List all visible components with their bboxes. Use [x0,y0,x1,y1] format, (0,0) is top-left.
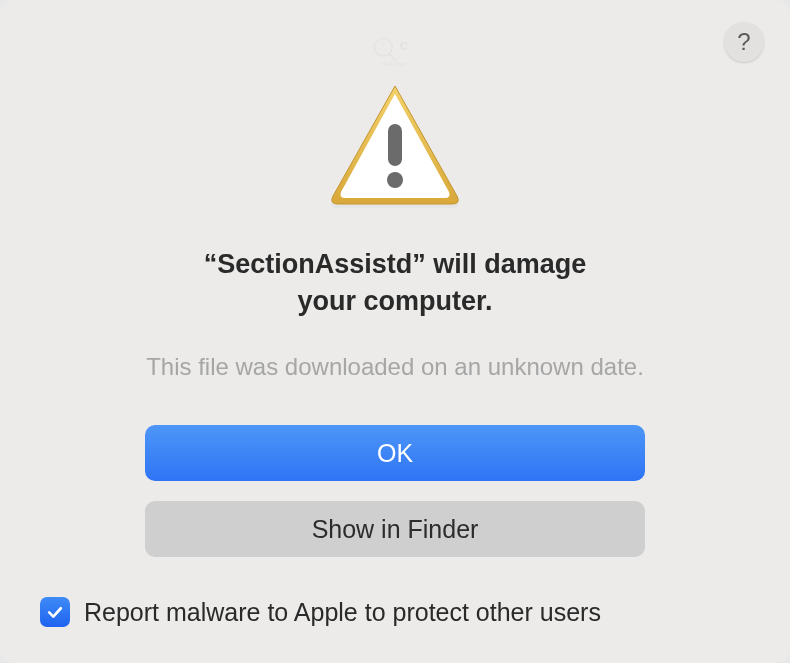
title-line-2: your computer. [204,283,587,319]
show-in-finder-button[interactable]: Show in Finder [145,501,645,557]
svg-line-1 [390,54,397,62]
report-malware-row: Report malware to Apple to protect other… [40,597,601,627]
help-icon: ? [737,28,750,56]
dialog-subtitle: This file was downloaded on an unknown d… [146,353,644,381]
alert-dialog: C risk.com ? “Section [0,0,790,663]
title-line-1: “SectionAssistd” will damage [204,246,587,282]
checkmark-icon [45,602,65,622]
button-stack: OK Show in Finder [145,425,645,557]
ok-button[interactable]: OK [145,425,645,481]
svg-point-4 [385,48,387,50]
dialog-title: “SectionAssistd” will damage your comput… [204,246,587,319]
help-button[interactable]: ? [724,22,764,62]
svg-point-2 [380,41,383,44]
svg-rect-8 [388,124,402,166]
svg-text:C: C [400,40,408,52]
svg-text:risk.com: risk.com [381,60,405,68]
warning-icon [325,80,465,214]
ok-button-label: OK [377,439,413,468]
svg-point-5 [380,49,382,51]
show-in-finder-label: Show in Finder [312,515,479,544]
report-malware-checkbox[interactable] [40,597,70,627]
report-malware-label: Report malware to Apple to protect other… [84,598,601,627]
svg-point-9 [387,172,403,188]
watermark: C risk.com [370,30,420,72]
svg-point-0 [374,38,392,56]
svg-point-3 [382,44,384,46]
